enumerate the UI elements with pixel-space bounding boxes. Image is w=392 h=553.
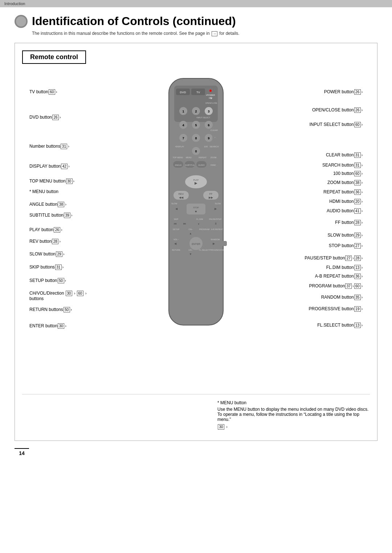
svg-text:◀◀: ◀◀ — [179, 196, 184, 199]
label-hdmi-button: HDMI button 20 › — [329, 199, 363, 204]
svg-text:AUDIO: AUDIO — [198, 164, 205, 166]
svg-rect-101 — [171, 251, 179, 257]
svg-text:OPEN/CLOSE: OPEN/CLOSE — [205, 102, 217, 104]
svg-text:•POWER: •POWER — [206, 94, 215, 96]
svg-rect-82 — [171, 231, 179, 236]
label-power-button: POWER button 26 › — [324, 89, 363, 95]
svg-text:ZOOM: ZOOM — [211, 156, 217, 159]
svg-text:4: 4 — [182, 123, 184, 127]
label-search-button: SEARCH button 31 › — [322, 163, 363, 168]
svg-text:STOP: STOP — [193, 206, 199, 209]
section-label: Introduction — [4, 1, 25, 6]
svg-text:▶: ▶ — [213, 242, 215, 245]
label-rev-button: REV button 28 › — [29, 239, 61, 244]
label-stop-button: STOP button 27 › — [329, 243, 363, 249]
svg-text:PROGRESSIVE: PROGRESSIVE — [210, 249, 224, 251]
remote-control-svg: DVD TV •POWER I/⏻ OPEN/CLOSE 1 2 3 •INPU… — [156, 75, 236, 336]
page-number: 14 — [15, 448, 29, 456]
footer-note: * MENU button Use the MENU button to dis… — [22, 394, 370, 430]
svg-text:HDMI: HDMI — [211, 164, 216, 166]
svg-text:▼: ▼ — [189, 253, 192, 256]
svg-text:PROGRAM: PROGRAM — [199, 228, 210, 230]
svg-text:SLOW: SLOW — [215, 202, 221, 205]
label-number-buttons: Number buttons 31 › — [29, 144, 69, 149]
label-open-close-button: OPEN/CLOSE button 26 › — [312, 107, 363, 113]
page-content: Identification of Controls (continued) T… — [0, 7, 392, 553]
subtitle: The instructions in this manual describe… — [32, 31, 377, 36]
svg-text:RANDOM: RANDOM — [211, 238, 220, 241]
label-menu-button: * MENU button — [29, 189, 58, 194]
svg-text:◀: ◀ — [174, 242, 177, 245]
svg-text:I/⏻: I/⏻ — [209, 97, 212, 99]
svg-text:⏸: ⏸ — [214, 222, 217, 225]
svg-text:REPEAT: REPEAT — [199, 156, 207, 159]
label-setup-button: SETUP button 50 › — [29, 278, 66, 283]
svg-text:6: 6 — [208, 123, 209, 127]
svg-text:⏭: ⏭ — [183, 222, 186, 225]
label-clear-button: CLEAR button 31 › — [326, 152, 363, 158]
svg-text:←: ← — [214, 136, 217, 139]
svg-text:CLEAR: CLEAR — [211, 129, 218, 131]
svg-rect-85 — [200, 231, 211, 236]
svg-text:DVD: DVD — [180, 91, 186, 94]
svg-text:FF: FF — [209, 193, 213, 195]
label-top-menu-button: TOP MENU button 30 › — [29, 179, 74, 184]
label-tv-button: TV button 60 › — [29, 89, 57, 95]
svg-rect-96 — [219, 241, 227, 246]
svg-text:•INPUT SELECT: •INPUT SELECT — [196, 116, 210, 119]
label-skip-buttons: SKIP buttons 31 › — [29, 265, 64, 270]
svg-text:TOP MENU: TOP MENU — [173, 156, 183, 159]
label-return-buttons: RETURN buttons 50 › — [29, 307, 72, 312]
label-program-button: PROGRAM button 37 › 60 › — [309, 283, 363, 289]
svg-text:A-B REPEAT: A-B REPEAT — [211, 228, 223, 230]
svg-text:⏮: ⏮ — [174, 222, 177, 225]
svg-text:SETUP: SETUP — [173, 228, 180, 230]
label-random-button: RANDOM button 35 › — [321, 295, 363, 300]
svg-text:8: 8 — [195, 136, 197, 140]
svg-text:▶▶: ▶▶ — [209, 196, 213, 199]
svg-text:3: 3 — [208, 110, 209, 113]
footnote-ref: 30 — [218, 424, 224, 430]
svg-text:▶: ▶ — [215, 207, 217, 210]
svg-rect-105 — [212, 251, 221, 257]
svg-text:VOL–: VOL– — [173, 238, 179, 241]
page-title-section: Identification of Controls (continued) — [15, 15, 377, 28]
svg-text:●: ● — [198, 222, 199, 225]
label-100-button: 100 button 60 › — [333, 171, 363, 176]
svg-text:▲: ▲ — [189, 232, 192, 235]
svg-text:100: 100 — [204, 146, 208, 148]
svg-text:FL.DIM: FL.DIM — [196, 218, 203, 220]
label-play-button: PLAY button 26 › — [29, 227, 62, 233]
svg-text:CH–: CH– — [188, 249, 193, 251]
svg-text:2: 2 — [195, 110, 197, 113]
svg-text:SUBTITLE: SUBTITLE — [185, 164, 195, 166]
label-dvd-button: DVD button 26 › — [29, 115, 61, 120]
label-ff-button: FF button 28 › — [335, 220, 363, 225]
footnote-text: Use the MENU button to display the menu … — [217, 407, 370, 422]
svg-text:■: ■ — [195, 210, 197, 213]
svg-text:▶: ▶ — [195, 181, 197, 185]
title-badge — [15, 15, 28, 28]
svg-text:7: 7 — [182, 136, 184, 140]
svg-text:SEARCH: SEARCH — [209, 146, 219, 148]
label-pause-step-button: PAUSE/STEP button 27 › 28 › — [305, 255, 363, 261]
svg-text:MENU: MENU — [186, 156, 192, 159]
page-title: Identification of Controls (continued) — [32, 15, 236, 28]
svg-text:•DISPLAY: •DISPLAY — [175, 146, 184, 148]
label-display-button: DISPLAY button 42 › — [29, 164, 70, 169]
label-fl-select-button: FL.SELECT button 13 › — [317, 323, 363, 328]
label-audio-button: AUDIO button 41 › — [327, 208, 363, 214]
svg-text:1: 1 — [182, 110, 184, 113]
remote-control-label: Remote control — [22, 50, 86, 64]
label-angle-button: ANGLE button 38 › — [29, 202, 66, 207]
label-progressive-button: PROGRESSIVE button 19 › — [309, 306, 363, 312]
label-repeat-button: REPEAT button 36 › — [323, 189, 363, 195]
svg-text:FL.SELECT: FL.SELECT — [199, 249, 210, 251]
svg-text:REV: REV — [179, 193, 184, 195]
svg-text:0: 0 — [195, 149, 197, 153]
svg-text:◀: ◀ — [175, 207, 178, 210]
svg-text:CH+: CH+ — [188, 228, 192, 230]
svg-text:ENTER: ENTER — [192, 243, 200, 245]
svg-text:RETURN: RETURN — [172, 249, 180, 251]
label-fl-dim-button: FL.DIM button 13 › — [326, 265, 363, 270]
